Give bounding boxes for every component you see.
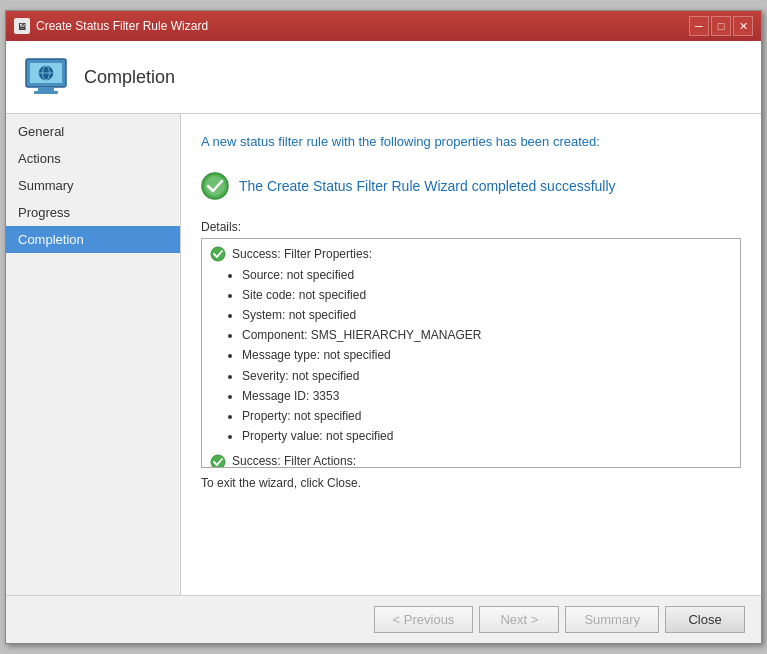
section2-header-text: Success: Filter Actions: [232, 452, 356, 467]
next-button[interactable]: Next > [479, 606, 559, 633]
window-close-button[interactable]: ✕ [733, 16, 753, 36]
success-check-icon [201, 172, 229, 200]
section2-header: Success: Filter Actions: [210, 452, 732, 467]
sidebar-item-general[interactable]: General [6, 118, 180, 145]
sidebar-item-summary[interactable]: Summary [6, 172, 180, 199]
list-item: Site code: not specified [242, 286, 732, 305]
close-button[interactable]: Close [665, 606, 745, 633]
list-item: Property value: not specified [242, 427, 732, 446]
wizard-window: 🖥 Create Status Filter Rule Wizard ─ □ ✕… [5, 10, 762, 644]
details-label: Details: [201, 220, 741, 234]
footer: < Previous Next > Summary Close [6, 595, 761, 643]
header-area: Completion [6, 41, 761, 114]
section1-list: Source: not specified Site code: not spe… [242, 266, 732, 447]
details-box[interactable]: Success: Filter Properties: Source: not … [201, 238, 741, 468]
list-item: Message ID: 3353 [242, 387, 732, 406]
main-content: A new status filter rule with the follow… [181, 114, 761, 595]
section2-check-icon [210, 454, 226, 468]
svg-rect-2 [38, 87, 54, 91]
previous-button[interactable]: < Previous [374, 606, 474, 633]
svg-rect-3 [34, 91, 58, 94]
section1-header-text: Success: Filter Properties: [232, 245, 372, 264]
title-bar-left: 🖥 Create Status Filter Rule Wizard [14, 18, 208, 34]
sidebar-item-completion[interactable]: Completion [6, 226, 180, 253]
sidebar: General Actions Summary Progress Complet… [6, 114, 181, 595]
app-icon: 🖥 [14, 18, 30, 34]
intro-text: A new status filter rule with the follow… [201, 132, 741, 152]
header-title: Completion [84, 67, 175, 88]
completion-header-icon [22, 53, 70, 101]
summary-button[interactable]: Summary [565, 606, 659, 633]
section1-header: Success: Filter Properties: [210, 245, 732, 264]
exit-text: To exit the wizard, click Close. [201, 476, 741, 490]
window-title: Create Status Filter Rule Wizard [36, 19, 208, 33]
minimize-button[interactable]: ─ [689, 16, 709, 36]
list-item: Severity: not specified [242, 367, 732, 386]
title-bar: 🖥 Create Status Filter Rule Wizard ─ □ ✕ [6, 11, 761, 41]
content-area: General Actions Summary Progress Complet… [6, 114, 761, 595]
list-item: Source: not specified [242, 266, 732, 285]
sidebar-item-progress[interactable]: Progress [6, 199, 180, 226]
list-item: System: not specified [242, 306, 732, 325]
success-text: The Create Status Filter Rule Wizard com… [239, 178, 616, 194]
section1-check-icon [210, 246, 226, 262]
svg-point-10 [211, 455, 225, 468]
list-item: Component: SMS_HIERARCHY_MANAGER [242, 326, 732, 345]
list-item: Message type: not specified [242, 346, 732, 365]
title-bar-controls: ─ □ ✕ [689, 16, 753, 36]
list-item: Property: not specified [242, 407, 732, 426]
success-row: The Create Status Filter Rule Wizard com… [201, 172, 741, 200]
maximize-button[interactable]: □ [711, 16, 731, 36]
sidebar-item-actions[interactable]: Actions [6, 145, 180, 172]
